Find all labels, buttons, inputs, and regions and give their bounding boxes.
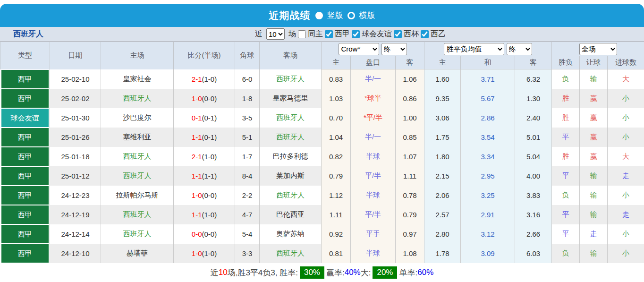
avg-home: 1.75 bbox=[424, 128, 461, 147]
avg-draw: 3.09 bbox=[461, 244, 515, 263]
header-score: 比分(半场) bbox=[174, 42, 235, 69]
avg-away: 4.00 bbox=[515, 166, 552, 186]
avg-away: 6.32 bbox=[515, 69, 552, 89]
league-checkbox-friendly[interactable] bbox=[352, 30, 360, 38]
corner-cell: 6-0 bbox=[235, 69, 260, 89]
league-label-friendly: 球会友谊 bbox=[362, 29, 392, 39]
match-date: 24-12-10 bbox=[50, 244, 101, 263]
avg-type-select[interactable]: 胜平负均值 bbox=[444, 43, 504, 55]
home-team: 赫塔菲 bbox=[101, 244, 174, 263]
avg-draw: 3.71 bbox=[461, 69, 515, 89]
avg-draw: 2.95 bbox=[461, 166, 515, 186]
avg-draw: 3.34 bbox=[461, 147, 515, 166]
layout-radio-group: 竖版 横版 bbox=[315, 10, 375, 21]
score-cell: 0-1(0-1) bbox=[174, 108, 235, 128]
score-cell: 1-1(0-1) bbox=[174, 128, 235, 147]
odds-away: 1.08 bbox=[396, 244, 424, 263]
header-corner: 角球 bbox=[235, 42, 260, 69]
away-team: 皇家马德里 bbox=[260, 89, 322, 108]
match-date: 24-12-14 bbox=[50, 224, 101, 244]
avg-away: 1.30 bbox=[515, 89, 552, 108]
summary-part: 20% bbox=[373, 266, 397, 279]
summary-part: 近 bbox=[211, 267, 219, 278]
header-avg-home: 主 bbox=[424, 56, 461, 69]
league-checkbox-laliga[interactable] bbox=[325, 30, 333, 38]
match-type-cell: 球会友谊 bbox=[0, 108, 50, 128]
corner-cell: 4-7 bbox=[235, 205, 260, 224]
header-odds-handicap: 盘口 bbox=[351, 56, 396, 69]
avg-home: 1.78 bbox=[424, 244, 461, 263]
avg-away: 5.04 bbox=[515, 147, 552, 166]
corner-cell: 5-4 bbox=[235, 224, 260, 244]
odds-away: 0.79 bbox=[396, 205, 424, 224]
result-handicap: 赢 bbox=[580, 128, 608, 147]
result-winloss: 负 bbox=[552, 244, 580, 263]
match-type-cell: 西甲 bbox=[0, 205, 50, 224]
corner-cell: 5-1 bbox=[235, 128, 260, 147]
match-type-cell: 西甲 bbox=[0, 166, 50, 186]
avg-away: 2.40 bbox=[515, 108, 552, 128]
summary-part: 单率: bbox=[399, 267, 417, 278]
handicap: 半球 bbox=[351, 186, 396, 205]
away-team: 西班牙人 bbox=[260, 69, 322, 89]
header-away: 客场 bbox=[260, 42, 322, 69]
avg-home: 9.35 bbox=[424, 89, 461, 108]
league-checkbox-segunda[interactable] bbox=[421, 30, 429, 38]
odds-home: 0.92 bbox=[322, 224, 351, 244]
result-handicap: 输 bbox=[580, 186, 608, 205]
odds-time-select[interactable]: 终 bbox=[381, 43, 407, 55]
handicap: *球半 bbox=[351, 89, 396, 108]
header-avg-draw: 和 bbox=[461, 56, 515, 69]
same-home-label: 同主 bbox=[308, 29, 323, 39]
result-handicap: 赢 bbox=[580, 108, 608, 128]
avg-draw: 2.91 bbox=[461, 205, 515, 224]
result-winloss: 胜 bbox=[552, 108, 580, 128]
odds-home: 1.03 bbox=[322, 89, 351, 108]
summary-part: 10 bbox=[219, 268, 228, 277]
score-cell: 1-1(1-0) bbox=[174, 205, 235, 224]
summary-bar: 近10场,胜3平4负3, 胜率:30%赢率:40% 大:20%单率:60% bbox=[0, 263, 644, 282]
odds-home: 0.70 bbox=[322, 108, 351, 128]
home-team: 沙巴度尔 bbox=[101, 108, 174, 128]
result-goals: 大 bbox=[608, 69, 644, 89]
away-team: 奥萨苏纳 bbox=[260, 224, 322, 244]
summary-part: 赢率: bbox=[326, 267, 345, 278]
league-label-copa: 西杯 bbox=[404, 29, 419, 39]
avg-time-select[interactable]: 终 bbox=[507, 43, 532, 55]
table-row: 球会友谊25-01-30沙巴度尔0-1(0-1)3-5西班牙人0.70*平/半1… bbox=[0, 108, 644, 128]
match-date: 24-12-23 bbox=[50, 186, 101, 205]
handicap: 半球 bbox=[351, 147, 396, 166]
avg-home: 2.15 bbox=[424, 166, 461, 186]
match-type-cell: 西甲 bbox=[0, 128, 50, 147]
result-scope-select[interactable]: 全场 bbox=[579, 43, 617, 55]
league-label-laliga: 西甲 bbox=[335, 29, 350, 39]
result-goals: 小 bbox=[608, 108, 644, 128]
result-goals: 小 bbox=[608, 128, 644, 147]
table-row: 西甲25-02-02西班牙人1-0(0-0)1-8皇家马德里1.03*球半0.8… bbox=[0, 89, 644, 108]
league-checkbox-copa[interactable] bbox=[394, 30, 402, 38]
odds-company-select[interactable]: Crow* bbox=[339, 43, 379, 55]
handicap: 半球 bbox=[351, 244, 396, 263]
radio-vertical-label[interactable]: 竖版 bbox=[327, 10, 343, 21]
result-goals: 小 bbox=[608, 244, 644, 263]
result-goals: 小 bbox=[608, 224, 644, 244]
summary-part: 场,胜3平4负3, 胜率: bbox=[228, 267, 298, 278]
handicap: *平/半 bbox=[351, 108, 396, 128]
result-handicap: 走 bbox=[580, 224, 608, 244]
same-home-checkbox[interactable] bbox=[298, 30, 306, 38]
radio-horizontal-icon[interactable] bbox=[347, 12, 355, 19]
radio-vertical-selected-icon[interactable] bbox=[315, 12, 323, 19]
summary-part: 30% bbox=[300, 266, 324, 279]
summary-part: 40% bbox=[345, 268, 361, 277]
avg-group-header: 胜平负均值 终 bbox=[424, 42, 552, 56]
match-table: 类型 日期 主场 比分(半场) 角球 客场 Crow* 终 胜平负均值 终 全场 bbox=[0, 42, 644, 263]
header-avg-away: 客 bbox=[515, 56, 552, 69]
avg-away: 3.83 bbox=[515, 186, 552, 205]
radio-horizontal-label[interactable]: 横版 bbox=[359, 10, 375, 21]
away-team: 莱加内斯 bbox=[260, 166, 322, 186]
table-row: 西甲24-12-10赫塔菲1-0(1-0)3-3西班牙人0.81半球1.081.… bbox=[0, 244, 644, 263]
odds-home: 0.81 bbox=[322, 244, 351, 263]
recent-count-select[interactable]: 10 bbox=[266, 28, 285, 40]
odds-home: 1.04 bbox=[322, 128, 351, 147]
avg-draw: 5.67 bbox=[461, 89, 515, 108]
